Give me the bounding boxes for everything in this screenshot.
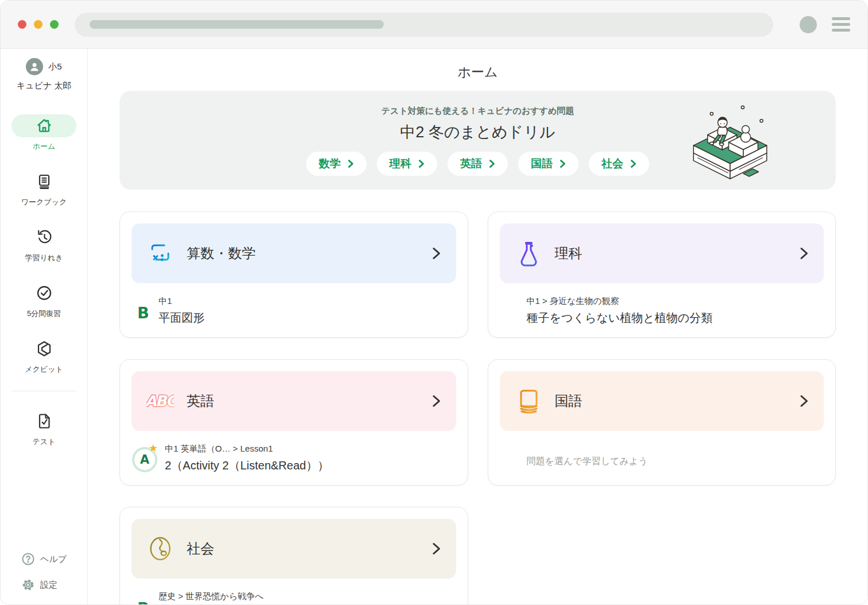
- url-placeholder-bar: [90, 20, 384, 29]
- user-name: キュビナ 太郎: [17, 80, 72, 91]
- chevron-right-icon: [800, 246, 809, 260]
- sidebar-item-label: ホーム: [33, 141, 56, 152]
- chevron-right-icon: [432, 246, 441, 260]
- lesson-meta: 中1: [159, 296, 205, 307]
- japanese-card-header[interactable]: 国語: [500, 371, 824, 431]
- rank-badge: A ★: [132, 447, 157, 472]
- recent-lesson[interactable]: B 中1 平面図形: [132, 296, 456, 326]
- chevron-right-icon: [560, 159, 566, 168]
- sidebar-item-label: 5分間復習: [27, 309, 61, 319]
- test-doc-icon: [11, 410, 76, 433]
- science-flask-icon: [515, 240, 542, 267]
- traffic-lights: [18, 20, 59, 29]
- minimize-window-icon[interactable]: [34, 20, 43, 29]
- sidebar-item-mekubit[interactable]: メクビット: [11, 337, 76, 375]
- rank-badge: B: [137, 304, 149, 322]
- sidebar-divider: [11, 391, 76, 391]
- sidebar: 小5 キュビナ 太郎 ホーム: [1, 49, 88, 605]
- banner-title: 中2 冬のまとめドリル: [400, 122, 555, 142]
- lesson-meta: 中1 英単語（O… > Lesson1: [165, 444, 329, 454]
- gear-icon: [21, 578, 35, 592]
- card-title: 国語: [555, 392, 582, 410]
- subject-card-social: 社会 B 歴史 > 世界恐慌から戦争へ: [119, 507, 468, 605]
- card-empty-state: 問題を選んで学習してみよう: [500, 444, 824, 468]
- sidebar-item-label: テスト: [33, 437, 56, 447]
- main-content: ホーム テスト対策にも使える！キュビナのおすすめ問題 中2 冬のまとめドリル 数…: [88, 49, 867, 605]
- english-card-header[interactable]: ABC 英語: [132, 371, 456, 431]
- math-icon: [146, 240, 174, 267]
- sidebar-footer: ヘルプ 設定: [21, 552, 67, 605]
- user-grade: 小5: [48, 61, 61, 72]
- banner-subject-buttons: 数学 理科 英語 国語: [306, 152, 649, 176]
- cube-icon: [11, 337, 76, 360]
- star-icon: ★: [149, 443, 158, 453]
- card-title: 理科: [555, 244, 582, 263]
- recommendation-banner: テスト対策にも使える！キュビナのおすすめ問題 中2 冬のまとめドリル 数学 理科…: [119, 91, 836, 190]
- card-title: 算数・数学: [187, 244, 256, 263]
- lesson-meta: 中1 > 身近な生物の観察: [527, 296, 713, 307]
- subject-card-english: ABC 英語 A ★: [119, 359, 468, 485]
- sidebar-item-history[interactable]: 学習りれき: [11, 226, 76, 263]
- subject-button-science[interactable]: 理科: [377, 152, 437, 176]
- sidebar-nav: ホーム ワークブック: [11, 114, 76, 447]
- user-avatar-icon: [26, 58, 43, 75]
- user-info: 小5 キュビナ 太郎: [17, 58, 72, 91]
- browser-window: 小5 キュビナ 太郎 ホーム: [0, 0, 868, 605]
- math-card-header[interactable]: 算数・数学: [132, 223, 456, 283]
- rank-badge: B: [137, 599, 149, 605]
- subject-card-science: 理科 中1 > 身近な生物の観察 種子をつくらない植物と植物の分類: [488, 211, 836, 338]
- science-card-header[interactable]: 理科: [500, 223, 824, 283]
- lesson-meta: 歴史 > 世界恐慌から戦争へ: [159, 591, 264, 602]
- recent-lesson[interactable]: B 歴史 > 世界恐慌から戦争へ: [132, 591, 456, 605]
- help-label: ヘルプ: [40, 554, 67, 565]
- zoom-window-icon[interactable]: [50, 20, 59, 29]
- chevron-right-icon: [418, 159, 425, 168]
- help-button[interactable]: ヘルプ: [21, 552, 67, 566]
- settings-button[interactable]: 設定: [21, 578, 67, 592]
- lesson-title: 種子をつくらない植物と植物の分類: [527, 310, 713, 326]
- banner-eyebrow: テスト対策にも使える！キュビナのおすすめ問題: [381, 106, 574, 117]
- subject-card-japanese: 国語 問題を選んで学習してみよう: [488, 359, 836, 485]
- subject-card-math: 算数・数学 B 中1 平面図形: [119, 211, 468, 338]
- chevron-right-icon: [630, 159, 636, 168]
- subject-button-math[interactable]: 数学: [306, 152, 367, 176]
- browser-profile-avatar[interactable]: [800, 16, 817, 33]
- page-title: ホーム: [119, 63, 836, 81]
- banner-illustration: [685, 95, 776, 186]
- address-bar[interactable]: [75, 13, 773, 37]
- recent-lesson[interactable]: A ★ 中1 英単語（O… > Lesson1 2（Activity 2（Lis…: [132, 444, 456, 473]
- sidebar-item-label: 学習りれき: [25, 253, 63, 263]
- browser-menu-icon[interactable]: [832, 17, 850, 32]
- social-card-header[interactable]: 社会: [132, 519, 456, 579]
- sidebar-item-workbook[interactable]: ワークブック: [11, 170, 76, 207]
- chevron-right-icon: [432, 394, 441, 408]
- subject-button-japanese[interactable]: 国語: [518, 152, 578, 176]
- sidebar-item-test[interactable]: テスト: [11, 410, 76, 447]
- home-icon: [11, 114, 76, 137]
- chevron-right-icon: [432, 542, 441, 556]
- empty-state-text: 問題を選んで学習してみよう: [506, 456, 648, 468]
- check-circle-icon: [11, 282, 76, 305]
- japanese-book-icon: [515, 387, 542, 415]
- chevron-right-icon: [489, 159, 495, 168]
- subject-cards: 算数・数学 B 中1 平面図形: [119, 211, 836, 605]
- close-window-icon[interactable]: [18, 20, 26, 29]
- social-globe-icon: [146, 535, 174, 562]
- chevron-right-icon: [348, 159, 354, 168]
- lesson-title: 平面図形: [159, 310, 205, 326]
- settings-label: 設定: [40, 580, 57, 591]
- card-title: 英語: [187, 392, 214, 410]
- recent-lesson[interactable]: 中1 > 身近な生物の観察 種子をつくらない植物と植物の分類: [500, 296, 824, 326]
- workbook-icon: [11, 170, 76, 193]
- chevron-right-icon: [800, 394, 809, 408]
- english-abc-icon: ABC: [146, 387, 174, 415]
- sidebar-item-review[interactable]: 5分間復習: [11, 282, 76, 319]
- browser-chrome: [1, 1, 867, 49]
- lesson-title: 2（Activity 2（Listen&Read））: [165, 458, 329, 473]
- sidebar-item-label: メクビット: [25, 364, 63, 375]
- subject-button-social[interactable]: 社会: [589, 152, 649, 176]
- subject-button-english[interactable]: 英語: [447, 152, 508, 176]
- history-icon: [11, 226, 76, 249]
- sidebar-item-home[interactable]: ホーム: [11, 114, 76, 152]
- card-title: 社会: [187, 540, 214, 558]
